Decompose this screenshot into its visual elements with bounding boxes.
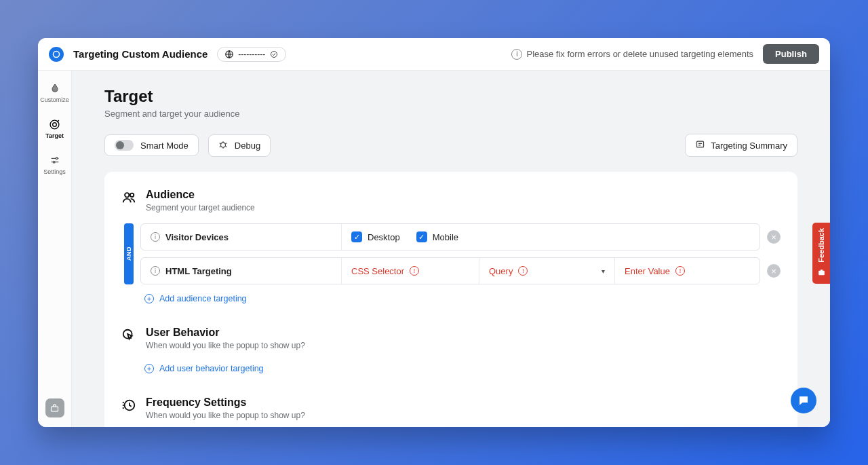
main-content: Target Segment and target your audience … <box>72 71 830 427</box>
checkbox-mobile[interactable]: ✓ <box>416 231 427 242</box>
app-logo <box>49 47 64 62</box>
target-card: Audience Segment your target audience AN… <box>104 172 797 427</box>
error-icon: ! <box>518 266 528 276</box>
rule-css-selector-cell[interactable]: CSS Selector ! <box>342 258 479 284</box>
error-icon: ! <box>410 266 419 276</box>
svg-point-0 <box>54 51 60 57</box>
behavior-subtitle: When would you like the popup to show up… <box>146 341 305 350</box>
sidebar-item-label: Target <box>45 132 64 139</box>
screenshot-icon <box>817 268 826 278</box>
checkbox-label: Mobile <box>433 232 458 242</box>
rule-label: Visitor Devices <box>165 232 229 242</box>
page-header-title: Targeting Custom Audience <box>73 48 208 60</box>
rule-label: HTML Targeting <box>165 266 232 276</box>
svg-point-5 <box>56 157 58 160</box>
error-icon: ! <box>675 266 685 276</box>
plus-circle-icon: + <box>144 364 154 373</box>
list-icon <box>695 139 705 151</box>
info-icon[interactable]: i <box>151 232 160 242</box>
droplet-icon <box>49 82 61 94</box>
behavior-section-head: User Behavior When would you like the po… <box>121 327 781 350</box>
audience-rules: AND i Visitor Devices ✓ <box>124 223 781 284</box>
rule-query-select[interactable]: Query ! ▾ <box>479 258 615 284</box>
target-icon <box>49 118 61 130</box>
topbar: Targeting Custom Audience ---------- i P… <box>38 38 830 71</box>
cursor-click-icon <box>121 328 136 343</box>
summary-label: Targeting Summary <box>711 141 787 151</box>
feedback-label: Feedback <box>817 228 825 263</box>
debug-label: Debug <box>235 141 260 151</box>
status-chip[interactable]: ---------- <box>217 47 286 62</box>
svg-rect-9 <box>697 141 704 147</box>
svg-point-8 <box>220 143 225 147</box>
behavior-title: User Behavior <box>146 327 305 339</box>
page-subtitle: Segment and target your audience <box>104 109 797 119</box>
info-icon[interactable]: i <box>151 266 160 276</box>
toggle-switch[interactable] <box>115 140 134 151</box>
svg-point-6 <box>53 161 55 163</box>
error-banner: i Please fix form errors or delete unuse… <box>511 49 753 60</box>
audience-title: Audience <box>146 189 255 201</box>
rule-row-visitor-devices: i Visitor Devices ✓ Desktop ✓ <box>140 223 781 250</box>
add-behavior-targeting-link[interactable]: + Add user behavior targeting <box>144 364 781 373</box>
status-chip-text: ---------- <box>238 50 265 59</box>
smart-mode-toggle[interactable]: Smart Mode <box>104 134 199 156</box>
rule-value-input[interactable]: Enter Value ! <box>615 258 760 284</box>
checkbox-label: Desktop <box>368 232 400 242</box>
value-placeholder: Enter Value <box>625 266 670 276</box>
history-icon <box>121 398 136 413</box>
add-behavior-label: Add user behavior targeting <box>159 364 264 373</box>
sidebar-item-label: Customize <box>40 96 69 103</box>
sidebar-item-customize[interactable]: Customize <box>39 77 71 108</box>
sidebar-item-settings[interactable]: Settings <box>39 149 71 180</box>
publish-button[interactable]: Publish <box>763 44 819 64</box>
logic-connector: AND <box>124 223 134 284</box>
svg-point-2 <box>271 51 277 57</box>
audience-subtitle: Segment your target audience <box>146 203 255 212</box>
rule-label-cell: i Visitor Devices <box>141 224 342 250</box>
svg-point-11 <box>130 193 134 198</box>
sidebar: Customize Target Settings <box>38 71 72 427</box>
debug-button[interactable]: Debug <box>208 134 271 157</box>
svg-rect-7 <box>52 407 58 411</box>
rule-options-cell: ✓ Desktop ✓ Mobile <box>342 224 760 250</box>
chevron-down-icon: ▾ <box>601 267 605 275</box>
svg-point-4 <box>53 122 57 126</box>
frequency-subtitle: When would you like the popup to show up… <box>146 411 305 420</box>
delete-rule-button[interactable]: × <box>767 264 781 278</box>
plus-circle-icon: + <box>144 294 154 303</box>
svg-point-10 <box>125 193 129 197</box>
add-audience-targeting-link[interactable]: + Add audience targeting <box>144 294 781 303</box>
rule-row-html-targeting: i HTML Targeting CSS Selector ! Query ! <box>140 257 781 284</box>
query-placeholder: Query <box>489 266 513 276</box>
error-message: Please fix form errors or delete unused … <box>526 49 753 59</box>
controls-row: Smart Mode Debug Targeting Summary <box>104 134 797 157</box>
audience-section-head: Audience Segment your target audience <box>121 189 781 212</box>
smart-mode-label: Smart Mode <box>140 141 189 151</box>
svg-rect-14 <box>818 271 825 276</box>
frequency-section-head: Frequency Settings When would you like t… <box>121 396 781 420</box>
css-selector-placeholder: CSS Selector <box>351 266 404 276</box>
globe-icon <box>224 50 234 59</box>
rule-label-cell: i HTML Targeting <box>141 258 342 284</box>
sidebar-item-label: Settings <box>43 168 66 175</box>
svg-rect-15 <box>820 269 822 271</box>
page-title: Target <box>104 87 797 106</box>
sliders-icon <box>49 154 61 166</box>
briefcase-button[interactable] <box>45 398 64 417</box>
feedback-tab[interactable]: Feedback <box>812 223 830 284</box>
chat-fab[interactable] <box>791 388 816 413</box>
delete-rule-button[interactable]: × <box>767 230 781 244</box>
check-circle-icon <box>269 50 279 59</box>
frequency-title: Frequency Settings <box>146 396 305 409</box>
bug-icon <box>218 140 228 151</box>
people-icon <box>121 190 136 205</box>
add-audience-label: Add audience targeting <box>159 294 247 303</box>
warning-icon: i <box>511 49 522 60</box>
sidebar-item-target[interactable]: Target <box>39 113 71 144</box>
targeting-summary-button[interactable]: Targeting Summary <box>685 134 797 157</box>
checkbox-desktop[interactable]: ✓ <box>351 231 362 242</box>
